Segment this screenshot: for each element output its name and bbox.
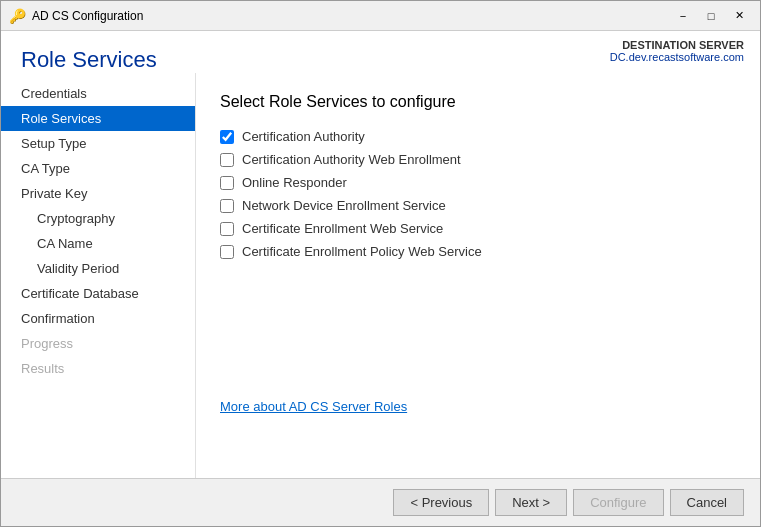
title-bar-controls: − □ ✕ <box>670 6 752 26</box>
previous-button[interactable]: < Previous <box>393 489 489 516</box>
checkbox-label-cert-authority: Certification Authority <box>242 129 365 144</box>
dest-server-name: DC.dev.recastsoftware.com <box>610 51 744 63</box>
close-button[interactable]: ✕ <box>726 6 752 26</box>
sidebar-item-progress: Progress <box>1 331 195 356</box>
checkbox-cert-authority-web[interactable] <box>220 153 234 167</box>
checkbox-label-online-responder: Online Responder <box>242 175 347 190</box>
title-bar-left: 🔑 AD CS Configuration <box>9 8 143 24</box>
minimize-button[interactable]: − <box>670 6 696 26</box>
checkbox-label-cert-enrollment-policy: Certificate Enrollment Policy Web Servic… <box>242 244 482 259</box>
next-button[interactable]: Next > <box>495 489 567 516</box>
checkbox-item-online-responder: Online Responder <box>220 175 736 190</box>
sidebar-item-private-key[interactable]: Private Key <box>1 181 195 206</box>
checkbox-item-cert-authority-web: Certification Authority Web Enrollment <box>220 152 736 167</box>
sidebar-item-confirmation[interactable]: Confirmation <box>1 306 195 331</box>
sidebar-item-setup-type[interactable]: Setup Type <box>1 131 195 156</box>
page-title: Role Services <box>1 31 157 73</box>
checkbox-item-network-device: Network Device Enrollment Service <box>220 198 736 213</box>
sidebar: CredentialsRole ServicesSetup TypeCA Typ… <box>1 73 196 478</box>
checkbox-label-cert-authority-web: Certification Authority Web Enrollment <box>242 152 461 167</box>
checkbox-item-cert-enrollment-policy: Certificate Enrollment Policy Web Servic… <box>220 244 736 259</box>
cancel-button[interactable]: Cancel <box>670 489 744 516</box>
configure-button[interactable]: Configure <box>573 489 663 516</box>
checkbox-item-cert-enrollment-web: Certificate Enrollment Web Service <box>220 221 736 236</box>
app-icon: 🔑 <box>9 8 26 24</box>
checkbox-label-network-device: Network Device Enrollment Service <box>242 198 446 213</box>
main-content: Select Role Services to configure Certif… <box>196 73 760 478</box>
destination-server-info: DESTINATION SERVER DC.dev.recastsoftware… <box>610 31 760 63</box>
checkbox-network-device[interactable] <box>220 199 234 213</box>
sidebar-item-certificate-database[interactable]: Certificate Database <box>1 281 195 306</box>
checkbox-label-cert-enrollment-web: Certificate Enrollment Web Service <box>242 221 443 236</box>
sidebar-item-ca-type[interactable]: CA Type <box>1 156 195 181</box>
sidebar-item-validity-period[interactable]: Validity Period <box>1 256 195 281</box>
more-link[interactable]: More about AD CS Server Roles <box>220 399 407 414</box>
sidebar-item-results: Results <box>1 356 195 381</box>
dest-server-label: DESTINATION SERVER <box>610 39 744 51</box>
checkbox-item-cert-authority: Certification Authority <box>220 129 736 144</box>
maximize-button[interactable]: □ <box>698 6 724 26</box>
checkbox-list: Certification AuthorityCertification Aut… <box>220 129 736 259</box>
checkbox-cert-enrollment-web[interactable] <box>220 222 234 236</box>
checkbox-online-responder[interactable] <box>220 176 234 190</box>
section-title: Select Role Services to configure <box>220 93 736 111</box>
footer: < Previous Next > Configure Cancel <box>1 478 760 526</box>
sidebar-item-ca-name[interactable]: CA Name <box>1 231 195 256</box>
checkbox-cert-enrollment-policy[interactable] <box>220 245 234 259</box>
sidebar-item-credentials[interactable]: Credentials <box>1 81 195 106</box>
main-window: 🔑 AD CS Configuration − □ ✕ Role Service… <box>0 0 761 527</box>
title-bar: 🔑 AD CS Configuration − □ ✕ <box>1 1 760 31</box>
sidebar-item-cryptography[interactable]: Cryptography <box>1 206 195 231</box>
checkbox-cert-authority[interactable] <box>220 130 234 144</box>
window-title: AD CS Configuration <box>32 9 143 23</box>
sidebar-item-role-services[interactable]: Role Services <box>1 106 195 131</box>
